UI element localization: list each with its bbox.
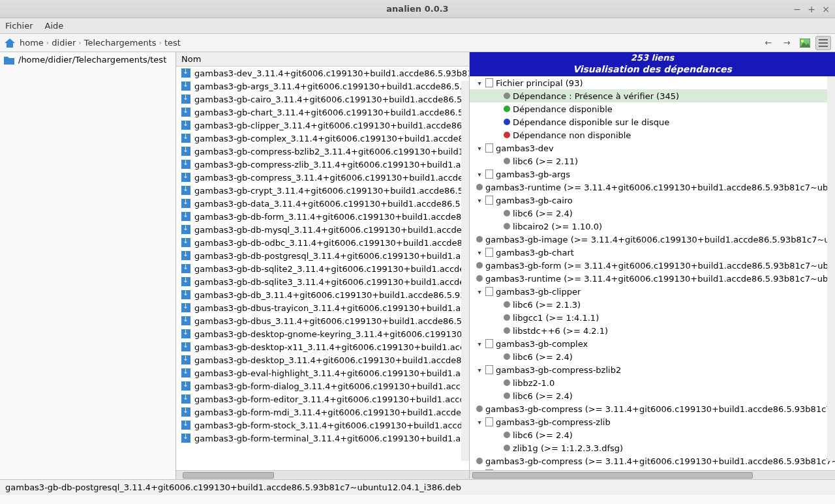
menu-help[interactable]: Aide: [45, 21, 64, 31]
file-row[interactable]: gambas3-gb-form-editor_3.11.4+git6006.c1…: [176, 393, 469, 406]
tree-label: libcairo2 (>= 1.10.0): [513, 222, 602, 231]
tree-row[interactable]: ▾gambas3-gb-args: [470, 168, 835, 181]
view-list-button[interactable]: [815, 36, 831, 50]
file-row[interactable]: gambas3-gb-db-mysql_3.11.4+git6006.c1991…: [176, 223, 469, 236]
tree-row[interactable]: Dépendance : Présence à vérifier (345): [470, 89, 835, 102]
tree-row[interactable]: ▾gambas3-gb-chart: [470, 246, 835, 259]
file-row[interactable]: gambas3-gb-form-stock_3.11.4+git6006.c19…: [176, 419, 469, 432]
close-button[interactable]: ×: [821, 4, 831, 14]
tree-row[interactable]: gambas3-gb-compress (>= 3.11.4+git6006.c…: [470, 402, 835, 415]
tree-row[interactable]: gambas3-gb-image (>= 3.11.4+git6006.c199…: [470, 233, 835, 246]
tree-row[interactable]: ▾gambas3-dev: [470, 141, 835, 155]
file-row[interactable]: gambas3-gb-compress-bzlib2_3.11.4+git600…: [176, 145, 469, 158]
file-row[interactable]: gambas3-gb-compress-zlib_3.11.4+git6006.…: [176, 158, 469, 171]
tree-row[interactable]: Dépendance disponible: [470, 102, 835, 115]
file-row[interactable]: gambas3-gb-cairo_3.11.4+git6006.c199130+…: [176, 93, 469, 106]
file-row[interactable]: gambas3-gb-db-odbc_3.11.4+git6006.c19913…: [176, 236, 469, 249]
package-icon: [181, 355, 190, 364]
tree-row[interactable]: ▾gambas3-gb-cairo: [470, 194, 835, 207]
tree-row[interactable]: ▾gambas3-gb-compress-bzlib2: [470, 363, 835, 376]
tree-row[interactable]: ▾gambas3-gb-complex: [470, 337, 835, 350]
file-row[interactable]: gambas3-gb-db-postgresql_3.11.4+git6006.…: [176, 249, 469, 262]
tree-row[interactable]: ▾gambas3-gb-compress-zlib: [470, 415, 835, 428]
crumb-didier[interactable]: didier: [52, 38, 76, 48]
expander-icon[interactable]: ▾: [476, 197, 483, 204]
tree-row[interactable]: libc6 (>= 2.4): [470, 207, 835, 220]
expander-icon[interactable]: ▾: [476, 419, 483, 426]
file-row[interactable]: gambas3-gb-crypt_3.11.4+git6006.c199130+…: [176, 184, 469, 197]
file-row[interactable]: gambas3-dev_3.11.4+git6006.c199130+build…: [176, 67, 469, 80]
crumb-telechargements[interactable]: Telechargements: [84, 38, 157, 48]
expander-icon[interactable]: ▾: [476, 340, 483, 348]
file-row[interactable]: gambas3-gb-desktop_3.11.4+git6006.c19913…: [176, 353, 469, 366]
file-row[interactable]: gambas3-gb-chart_3.11.4+git6006.c199130+…: [176, 106, 469, 119]
file-row[interactable]: gambas3-gb-complex_3.11.4+git6006.c19913…: [176, 132, 469, 145]
menu-file[interactable]: Fichier: [5, 21, 33, 31]
maximize-button[interactable]: +: [806, 4, 817, 14]
file-row[interactable]: gambas3-gb-db-form_3.11.4+git6006.c19913…: [176, 210, 469, 223]
tree-label: libc6 (>= 2.11): [513, 156, 578, 166]
file-row[interactable]: gambas3-gb-db-sqlite3_3.11.4+git6006.c19…: [176, 275, 469, 288]
tree-row[interactable]: gambas3-gb-compress (>= 3.11.4+git6006.c…: [470, 454, 835, 467]
tree-row[interactable]: gambas3-runtime (>= 3.11.4+git6006.c1991…: [470, 272, 835, 285]
tree-row[interactable]: ▾gambas3-gb-clipper: [470, 285, 835, 298]
tree-row[interactable]: gambas3-runtime (>= 3.11.4+git6006.c1991…: [470, 181, 835, 194]
forward-button[interactable]: →: [779, 36, 795, 50]
vertical-scrollbar[interactable]: [827, 76, 835, 461]
file-row[interactable]: gambas3-gb-desktop-x11_3.11.4+git6006.c1…: [176, 340, 469, 353]
file-name: gambas3-gb-dbus_3.11.4+git6006.c199130+b…: [194, 316, 469, 326]
vertical-scrollbar[interactable]: [461, 81, 469, 461]
file-row[interactable]: gambas3-gb-dbus_3.11.4+git6006.c199130+b…: [176, 314, 469, 327]
file-row[interactable]: gambas3-gb-desktop-gnome-keyring_3.11.4+…: [176, 327, 469, 340]
home-icon[interactable]: [4, 38, 16, 48]
tree-row[interactable]: ▾Fichier principal (93): [470, 76, 835, 89]
file-name: gambas3-gb-db-postgresql_3.11.4+git6006.…: [194, 251, 469, 261]
file-row[interactable]: gambas3-gb-data_3.11.4+git6006.c199130+b…: [176, 197, 469, 210]
file-row[interactable]: gambas3-gb-clipper_3.11.4+git6006.c19913…: [176, 119, 469, 132]
file-row[interactable]: gambas3-gb-compress_3.11.4+git6006.c1991…: [176, 171, 469, 184]
tree-row[interactable]: libbz2-1.0: [470, 376, 835, 389]
tree-row[interactable]: zlib1g (>= 1:1.2.3.3.dfsg): [470, 441, 835, 454]
tree-label: gambas3-gb-compress: [496, 469, 593, 471]
file-row[interactable]: gambas3-gb-form-terminal_3.11.4+git6006.…: [176, 432, 469, 445]
tree-row[interactable]: libc6 (>= 2.1.3): [470, 298, 835, 311]
back-button[interactable]: ←: [761, 36, 776, 50]
tree-row[interactable]: libcairo2 (>= 1.10.0): [470, 220, 835, 233]
horizontal-scrollbar[interactable]: [470, 470, 835, 479]
tree-label: libgcc1 (>= 1:4.1.1): [513, 313, 599, 323]
column-header-nom[interactable]: Nom: [176, 52, 469, 67]
file-row[interactable]: gambas3-gb-args_3.11.4+git6006.c199130+b…: [176, 80, 469, 93]
tree-row[interactable]: gambas3-gb-form (>= 3.11.4+git6006.c1991…: [470, 259, 835, 272]
file-row[interactable]: gambas3-gb-db_3.11.4+git6006.c199130+bui…: [176, 288, 469, 301]
file-row[interactable]: gambas3-gb-db-sqlite2_3.11.4+git6006.c19…: [176, 262, 469, 275]
expander-icon[interactable]: ▾: [476, 249, 483, 256]
file-name: gambas3-gb-db-sqlite3_3.11.4+git6006.c19…: [194, 277, 469, 287]
tree-row[interactable]: libc6 (>= 2.4): [470, 428, 835, 441]
svg-rect-2: [819, 39, 828, 40]
tree-row[interactable]: Dépendance disponible sur le disque: [470, 115, 835, 128]
file-row[interactable]: gambas3-gb-dbus-trayicon_3.11.4+git6006.…: [176, 301, 469, 314]
tree-row[interactable]: Dépendance non disponible: [470, 128, 835, 141]
tree-row[interactable]: libc6 (>= 2.4): [470, 350, 835, 363]
file-row[interactable]: gambas3-gb-form-dialog_3.11.4+git6006.c1…: [176, 379, 469, 393]
tree-row[interactable]: libgcc1 (>= 1:4.1.1): [470, 311, 835, 324]
crumb-home[interactable]: home: [20, 38, 44, 48]
expander-icon[interactable]: ▾: [476, 288, 483, 295]
expander-icon[interactable]: ▾: [476, 366, 483, 374]
minimize-button[interactable]: −: [792, 4, 802, 14]
horizontal-scrollbar[interactable]: [176, 470, 469, 479]
file-row[interactable]: gambas3-gb-eval-highlight_3.11.4+git6006…: [176, 366, 469, 379]
expander-icon[interactable]: ▾: [476, 145, 483, 152]
tree-row[interactable]: libc6 (>= 2.11): [470, 155, 835, 168]
package-icon: [181, 121, 190, 130]
crumb-test[interactable]: test: [164, 38, 181, 48]
expander-icon[interactable]: ▾: [476, 80, 483, 87]
view-image-button[interactable]: [797, 36, 813, 50]
folder-tree-item[interactable]: /home/didier/Telechargements/test: [0, 52, 175, 67]
tree-row[interactable]: ▾gambas3-gb-compress: [470, 467, 835, 470]
file-row[interactable]: gambas3-gb-form-mdi_3.11.4+git6006.c1991…: [176, 406, 469, 419]
package-icon: [181, 82, 190, 91]
expander-icon[interactable]: ▾: [476, 171, 483, 178]
tree-row[interactable]: libc6 (>= 2.4): [470, 389, 835, 402]
tree-row[interactable]: libstdc++6 (>= 4.2.1): [470, 324, 835, 337]
